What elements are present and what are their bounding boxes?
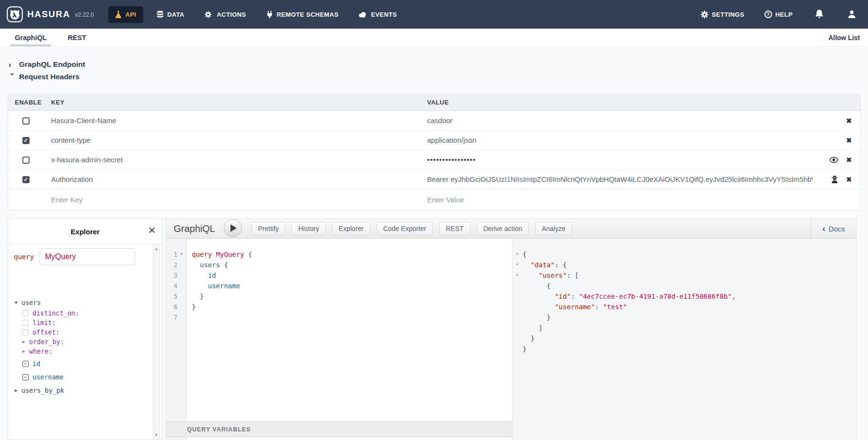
code-exporter-button[interactable]: Code Exporter [376,222,433,235]
header-enable-checkbox[interactable]: ✓ [22,176,30,183]
header-value-input[interactable] [427,116,813,125]
arg-checkbox[interactable]: ✓ [22,320,29,326]
nav-item-actions[interactable]: ACTIONS [198,6,252,23]
analyze-button[interactable]: Analyze [535,222,572,235]
allow-list-link[interactable]: Allow List [828,34,860,42]
arg-checkbox[interactable]: ✓ [22,329,29,335]
history-button[interactable]: History [292,222,326,235]
tree-arg-distinct-on[interactable]: ✓ distinct_on: [22,308,79,318]
explorer-button[interactable]: Explorer [332,222,370,235]
header-value-input[interactable] [427,175,813,183]
fold-spacer [512,291,522,302]
rest-button[interactable]: REST [439,222,470,235]
new-header-key-input[interactable] [51,196,427,204]
table-row: ✓ ✖ [8,130,860,150]
nav-item-remote-schemas[interactable]: REMOTE SCHEMAS [260,6,345,23]
graphiql-title: GraphiQL [174,223,215,234]
scroll-up-icon[interactable]: ▲ [153,247,159,251]
gutter-line: 4 [166,281,186,291]
remove-header-icon[interactable]: ✖ [846,156,852,164]
gutter-line: 6 [166,302,186,312]
fold-icon[interactable]: ▼ [178,249,186,260]
line-number: 3 [166,270,178,281]
header-value-input[interactable] [427,136,813,144]
table-row: ✓ ✖ [8,111,860,130]
chevron-right-icon: › [9,61,16,69]
query-variables-toggle[interactable]: QUERY VARIABLES [166,421,512,437]
close-icon[interactable]: × [148,224,156,236]
tab-rest[interactable]: REST [66,29,88,46]
tree-arg-label: where: [29,347,52,355]
remove-header-icon[interactable]: ✖ [846,136,852,144]
tree-field-id[interactable]: ✓ id [22,359,40,368]
header-key-input[interactable] [51,156,427,164]
docs-button[interactable]: ‹ Docs [811,219,856,238]
tree-arg-order-by[interactable]: ▶ order_by: [22,337,64,346]
account-button[interactable] [847,10,857,19]
code-line: "users": [ [523,270,856,281]
reveal-value-eye-icon[interactable] [829,157,838,163]
tree-arg-label: order_by: [29,338,64,346]
header-key-input[interactable] [51,116,427,125]
query-editor[interactable]: query MyQuery { users { id username }} [187,239,512,419]
scroll-down-icon[interactable]: ▼ [153,433,159,437]
remove-header-icon[interactable]: ✖ [846,176,852,183]
plug-icon [266,10,273,19]
check-icon: ✓ [23,177,28,182]
field-checkbox[interactable]: ✓ [22,374,29,380]
tab-graphiql[interactable]: GraphiQL [13,29,48,46]
tree-field-username[interactable]: ✓ username [22,372,63,382]
arg-checkbox[interactable]: ✓ [22,310,29,316]
line-number: 1 [166,249,178,260]
tree-arg-where[interactable]: ▶ where: [22,346,52,356]
code-line: "username": "test" [523,302,856,312]
header-enable-checkbox[interactable]: ✓ [22,157,30,164]
explorer-title: Explorer [71,228,100,236]
response-fold-gutter[interactable]: ▼▼▼ [512,239,522,354]
header-value-input[interactable] [427,156,813,164]
operation-name-input[interactable] [40,248,135,265]
fold-icon[interactable]: ▼ [512,260,522,270]
new-header-value-input[interactable] [427,196,813,204]
header-key-input[interactable] [51,136,427,144]
hasura-logo[interactable]: HASURA v2.22.0 [7,6,94,22]
request-headers-toggle[interactable]: › Request Headers [9,73,80,81]
tree-expanded-icon[interactable]: ▼ [15,300,21,305]
header-enable-checkbox[interactable]: ✓ [22,137,30,144]
nav-item-api[interactable]: API [108,6,143,23]
nav-item-events[interactable]: EVENTS [352,7,403,22]
tree-arg-offset[interactable]: ✓ offset: [22,327,60,337]
execute-query-button[interactable] [224,219,242,237]
prettify-button[interactable]: Prettify [251,222,286,235]
derive-action-button[interactable]: Derive action [477,222,529,235]
fold-spacer [512,312,522,323]
fold-spacer [178,312,186,323]
fold-icon[interactable]: ▼ [512,270,522,281]
explorer-scrollbar[interactable]: ▲ ▼ [153,244,160,440]
notifications-button[interactable] [815,9,824,20]
editor-gutter[interactable]: 1▼234567 [166,239,187,440]
check-icon: ✓ [24,375,27,379]
column-enable: ENABLE [8,99,43,106]
settings-link[interactable]: SETTINGS [701,10,744,19]
tree-arg-limit[interactable]: ✓ limit: [22,318,56,327]
tree-field-label: users_by_pk [21,387,64,394]
field-checkbox[interactable]: ✓ [22,361,29,367]
help-link[interactable]: ? HELP [764,10,793,18]
remove-header-icon[interactable]: ✖ [846,117,852,125]
decode-jwt-icon[interactable] [831,175,838,184]
header-enable-checkbox[interactable]: ✓ [22,117,30,125]
tree-field-users[interactable]: ▼ users [15,298,41,307]
tree-field-users-by-pk[interactable]: ▶ users_by_pk [15,386,64,395]
nav-item-data[interactable]: DATA [150,6,191,23]
line-number: 7 [166,312,178,323]
tree-collapsed-icon[interactable]: ▶ [22,349,29,354]
tree-collapsed-icon[interactable]: ▶ [15,388,21,393]
docs-label: Docs [829,225,845,233]
gutter-line: 3 [166,270,186,281]
tree-collapsed-icon[interactable]: ▶ [22,339,29,344]
header-key-input[interactable] [51,175,427,183]
line-number: 4 [166,281,178,291]
fold-icon[interactable]: ▼ [512,249,522,260]
graphql-endpoint-toggle[interactable]: › GraphQL Endpoint [9,60,85,69]
